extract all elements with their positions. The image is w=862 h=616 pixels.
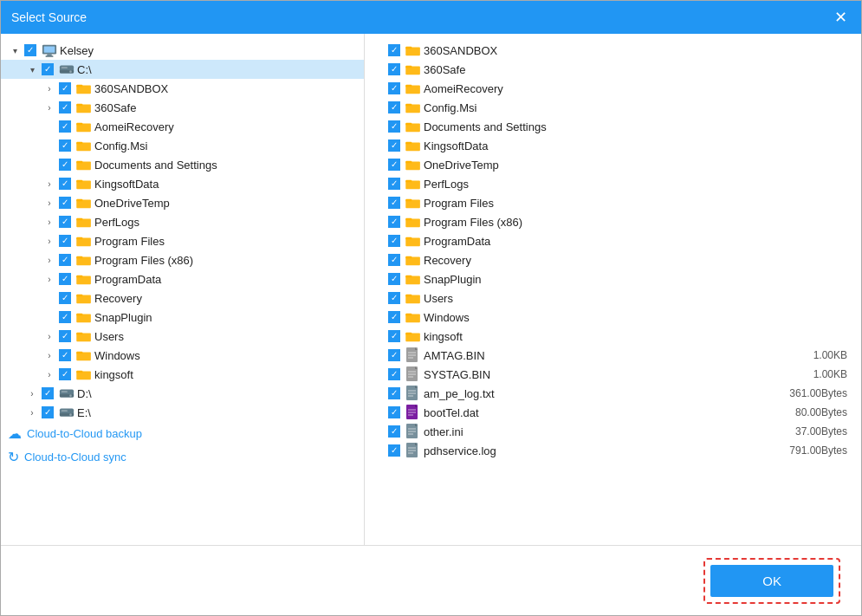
expander-windows[interactable]: › bbox=[42, 348, 56, 362]
expander-safe[interactable]: › bbox=[42, 101, 56, 114]
right-item-r_recovery[interactable]: Recovery bbox=[365, 250, 861, 269]
right-checkbox-r_kingsoftdata[interactable] bbox=[388, 139, 400, 152]
checkbox-d_drive[interactable] bbox=[42, 387, 54, 399]
right-item-r_pdhservice[interactable]: pdhservice.log791.00Bytes bbox=[365, 441, 861, 460]
checkbox-docsettings[interactable] bbox=[59, 159, 71, 171]
tree-item-safe[interactable]: › 360Safe bbox=[1, 98, 364, 117]
right-checkbox-r_perflogs[interactable] bbox=[388, 178, 400, 190]
right-item-r_boottel[interactable]: bootTel.dat80.00Bytes bbox=[365, 403, 861, 422]
expander-d_drive[interactable]: › bbox=[25, 386, 39, 400]
expander-kelsey[interactable]: ▾ bbox=[8, 43, 22, 57]
tree-item-progfiles[interactable]: › Program Files bbox=[1, 231, 364, 250]
right-checkbox-r_progfiles[interactable] bbox=[388, 197, 400, 209]
checkbox-windows[interactable] bbox=[59, 349, 71, 361]
tree-item-kingsoft[interactable]: › KingsoftData bbox=[1, 174, 364, 193]
tree-item-aomei[interactable]: AomeiRecovery bbox=[1, 117, 364, 136]
checkbox-aomei[interactable] bbox=[59, 120, 71, 133]
right-item-r_config[interactable]: Config.Msi bbox=[365, 98, 861, 117]
right-item-r_docsettings[interactable]: Documents and Settings bbox=[365, 117, 861, 136]
right-checkbox-r_programdata[interactable] bbox=[388, 235, 400, 247]
right-item-r_onedrive[interactable]: OneDriveTemp bbox=[365, 155, 861, 174]
tree-item-kingsoftdir[interactable]: › kingsoft bbox=[1, 365, 364, 384]
checkbox-kingsoftdir[interactable] bbox=[59, 368, 71, 380]
right-checkbox-r_sandbox[interactable] bbox=[388, 44, 400, 56]
right-checkbox-r_users[interactable] bbox=[388, 292, 400, 304]
checkbox-sandbox[interactable] bbox=[59, 82, 71, 94]
right-checkbox-r_amlog[interactable] bbox=[388, 387, 400, 399]
checkbox-safe[interactable] bbox=[59, 101, 71, 113]
right-item-r_perflogs[interactable]: PerfLogs bbox=[365, 174, 861, 193]
tree-item-onedrive[interactable]: › OneDriveTemp bbox=[1, 193, 364, 212]
tree-item-d_drive[interactable]: › D:\ bbox=[1, 384, 364, 403]
expander-kingsoft[interactable]: › bbox=[42, 177, 56, 191]
checkbox-perflogs[interactable] bbox=[59, 216, 71, 228]
right-checkbox-r_snapplugin[interactable] bbox=[388, 273, 400, 285]
right-item-r_users[interactable]: Users bbox=[365, 289, 861, 308]
expander-users[interactable]: › bbox=[42, 329, 56, 343]
expander-c_drive[interactable]: ▾ bbox=[25, 62, 39, 76]
expander-progfiles[interactable]: › bbox=[42, 234, 56, 248]
right-checkbox-r_safe[interactable] bbox=[388, 63, 400, 75]
right-checkbox-r_kingsoft[interactable] bbox=[388, 330, 400, 342]
right-item-r_amlog[interactable]: am_pe_log.txt361.00Bytes bbox=[365, 384, 861, 403]
expander-perflogs[interactable]: › bbox=[42, 215, 56, 229]
right-item-r_safe[interactable]: 360Safe bbox=[365, 60, 861, 79]
tree-item-recovery[interactable]: Recovery bbox=[1, 289, 364, 308]
right-item-r_aomei[interactable]: AomeiRecovery bbox=[365, 79, 861, 98]
tree-item-kelsey[interactable]: ▾ Kelsey bbox=[1, 41, 364, 60]
expander-progfilesx86[interactable]: › bbox=[42, 253, 56, 267]
right-item-r_windows[interactable]: Windows bbox=[365, 308, 861, 327]
right-checkbox-r_windows[interactable] bbox=[388, 311, 400, 323]
tree-item-snapplugin[interactable]: SnapPlugin bbox=[1, 308, 364, 327]
right-checkbox-r_pdhservice[interactable] bbox=[388, 444, 400, 457]
expander-e_drive[interactable]: › bbox=[25, 405, 39, 419]
right-item-r_kingsoft[interactable]: kingsoft bbox=[365, 327, 861, 346]
tree-item-users[interactable]: › Users bbox=[1, 327, 364, 346]
right-item-r_other[interactable]: other.ini37.00Bytes bbox=[365, 422, 861, 441]
cloud-item-cloud_sync[interactable]: ↻Cloud-to-Cloud sync bbox=[1, 445, 364, 469]
checkbox-progfilesx86[interactable] bbox=[59, 254, 71, 266]
checkbox-kingsoft[interactable] bbox=[59, 178, 71, 190]
right-item-r_systag[interactable]: SYSTAG.BIN1.00KB bbox=[365, 365, 861, 384]
right-checkbox-r_progfilesx86[interactable] bbox=[388, 216, 400, 228]
checkbox-c_drive[interactable] bbox=[42, 63, 54, 75]
tree-item-progfilesx86[interactable]: › Program Files (x86) bbox=[1, 250, 364, 269]
tree-item-perflogs[interactable]: › PerfLogs bbox=[1, 212, 364, 231]
right-checkbox-r_other[interactable] bbox=[388, 425, 400, 438]
right-checkbox-r_docsettings[interactable] bbox=[388, 120, 400, 133]
right-checkbox-r_systag[interactable] bbox=[388, 368, 400, 380]
right-checkbox-r_boottel[interactable] bbox=[388, 406, 400, 418]
tree-item-windows[interactable]: › Windows bbox=[1, 346, 364, 365]
ok-button[interactable]: OK bbox=[710, 565, 833, 597]
right-checkbox-r_config[interactable] bbox=[388, 101, 400, 113]
checkbox-kelsey[interactable] bbox=[24, 44, 36, 56]
checkbox-onedrive[interactable] bbox=[59, 197, 71, 209]
right-checkbox-r_recovery[interactable] bbox=[388, 254, 400, 266]
checkbox-snapplugin[interactable] bbox=[59, 311, 71, 323]
expander-programdata[interactable]: › bbox=[42, 272, 56, 286]
tree-item-sandbox[interactable]: › 360SANDBOX bbox=[1, 79, 364, 98]
tree-item-programdata[interactable]: › ProgramData bbox=[1, 269, 364, 289]
right-item-r_amtag[interactable]: AMTAG.BIN1.00KB bbox=[365, 346, 861, 365]
checkbox-e_drive[interactable] bbox=[42, 406, 54, 418]
right-checkbox-r_onedrive[interactable] bbox=[388, 159, 400, 171]
expander-onedrive[interactable]: › bbox=[42, 196, 56, 210]
checkbox-users[interactable] bbox=[59, 330, 71, 342]
checkbox-recovery[interactable] bbox=[59, 292, 71, 304]
checkbox-programdata[interactable] bbox=[59, 273, 71, 285]
expander-sandbox[interactable]: › bbox=[42, 81, 56, 95]
right-item-r_programdata[interactable]: ProgramData bbox=[365, 231, 861, 250]
right-item-r_progfiles[interactable]: Program Files bbox=[365, 193, 861, 212]
tree-item-config[interactable]: Config.Msi bbox=[1, 136, 364, 155]
checkbox-config[interactable] bbox=[59, 139, 71, 152]
cloud-item-cloud_backup[interactable]: ☁Cloud-to-Cloud backup bbox=[1, 422, 364, 445]
right-item-r_snapplugin[interactable]: SnapPlugin bbox=[365, 269, 861, 289]
right-item-r_sandbox[interactable]: 360SANDBOX bbox=[365, 41, 861, 60]
expander-kingsoftdir[interactable]: › bbox=[42, 367, 56, 381]
right-item-r_progfilesx86[interactable]: Program Files (x86) bbox=[365, 212, 861, 231]
tree-item-docsettings[interactable]: Documents and Settings bbox=[1, 155, 364, 174]
right-item-r_kingsoftdata[interactable]: KingsoftData bbox=[365, 136, 861, 155]
tree-item-e_drive[interactable]: › E:\ bbox=[1, 403, 364, 422]
right-checkbox-r_aomei[interactable] bbox=[388, 82, 400, 94]
close-button[interactable]: ✕ bbox=[831, 10, 851, 25]
